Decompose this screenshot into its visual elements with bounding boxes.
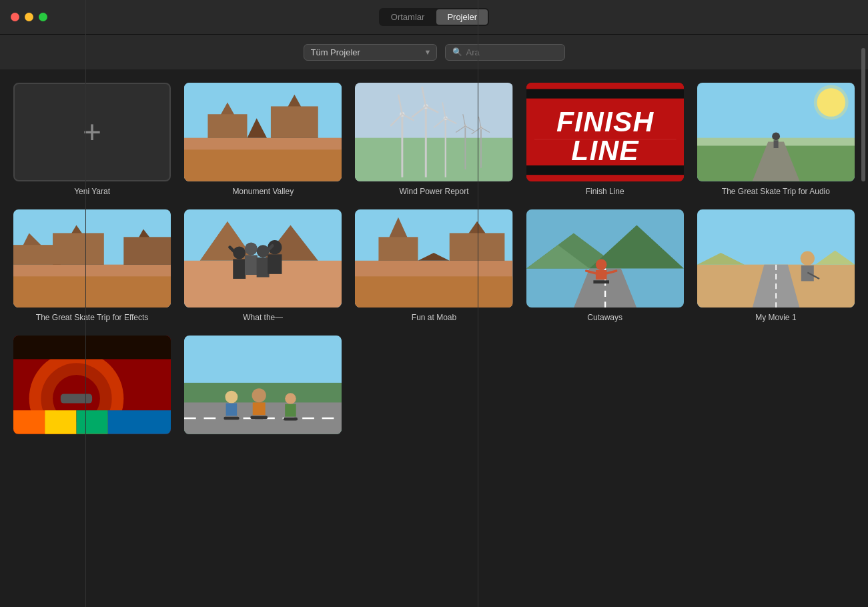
svg-rect-106 xyxy=(45,410,76,434)
wind-power-thumbnail xyxy=(355,83,512,181)
finish-line-label: Finish Line xyxy=(586,187,624,196)
filter-wrapper: Tüm Projeler Son Projeler Arşivlenenler … xyxy=(304,44,437,61)
svg-point-95 xyxy=(800,251,814,265)
skate-road-item[interactable] xyxy=(184,336,342,440)
projects-grid: + Yeni Yarat xyxy=(13,83,855,453)
close-button[interactable] xyxy=(11,13,19,21)
minimize-button[interactable] xyxy=(25,13,33,21)
svg-rect-54 xyxy=(53,233,104,264)
svg-point-63 xyxy=(245,242,258,255)
svg-rect-119 xyxy=(250,416,268,420)
svg-text:FINISH: FINISH xyxy=(556,106,654,137)
svg-point-114 xyxy=(226,391,238,404)
toolbar: Tüm Projeler Son Projeler Arşivlenenler … xyxy=(0,35,868,69)
svg-rect-9 xyxy=(355,138,512,181)
what-the-thumbnail xyxy=(184,209,342,308)
skate-effects-thumbnail xyxy=(13,209,171,308)
maximize-button[interactable] xyxy=(39,13,47,21)
cutaways-thumbnail xyxy=(526,209,684,308)
svg-rect-105 xyxy=(13,410,45,434)
window-controls xyxy=(11,13,47,21)
svg-point-86 xyxy=(596,259,607,270)
wind-power-label: Wind Power Report xyxy=(399,187,468,196)
plus-icon: + xyxy=(83,116,101,148)
search-icon: 🔍 xyxy=(452,47,462,57)
svg-rect-36 xyxy=(526,89,684,98)
fun-moab-item[interactable]: Fun at Moab xyxy=(355,209,512,323)
finish-line-item[interactable]: FINISH LINE Finish Line xyxy=(526,83,684,196)
svg-rect-5 xyxy=(271,106,318,137)
svg-rect-67 xyxy=(245,255,258,275)
svg-rect-121 xyxy=(285,404,296,417)
svg-rect-75 xyxy=(379,237,418,260)
projects-content: + Yeni Yarat xyxy=(0,69,868,607)
titlebar: Ortamlar Projeler xyxy=(0,0,868,35)
new-project-label: Yeni Yarat xyxy=(74,187,110,196)
my-movie-thumbnail xyxy=(697,209,855,308)
svg-rect-107 xyxy=(76,410,107,434)
skate-audio-label: The Great Skate Trip for Audio xyxy=(722,187,830,196)
skate-audio-item[interactable]: The Great Skate Trip for Audio xyxy=(697,83,855,196)
skate-effects-item[interactable]: The Great Skate Trip for Effects xyxy=(13,209,171,323)
svg-point-43 xyxy=(814,85,849,120)
skate-audio-thumbnail xyxy=(697,83,855,181)
svg-rect-77 xyxy=(450,233,505,260)
svg-rect-69 xyxy=(268,254,282,274)
svg-rect-57 xyxy=(13,276,171,308)
new-project-item[interactable]: + Yeni Yarat xyxy=(13,83,171,196)
what-the-label: What the— xyxy=(243,313,283,322)
svg-rect-68 xyxy=(257,257,270,277)
tab-group: Ortamlar Projeler xyxy=(379,8,489,26)
svg-rect-116 xyxy=(224,417,240,420)
my-movie-label: My Movie 1 xyxy=(755,313,796,322)
what-the-item[interactable]: What the— xyxy=(184,209,342,323)
finish-line-thumbnail: FINISH LINE xyxy=(526,83,684,181)
search-box: 🔍 xyxy=(445,44,565,61)
svg-rect-79 xyxy=(355,276,512,308)
tab-ortamlar[interactable]: Ortamlar xyxy=(380,9,436,25)
scrollbar-track[interactable] xyxy=(861,35,865,607)
svg-rect-122 xyxy=(284,418,298,421)
search-input[interactable] xyxy=(466,47,553,57)
monument-valley-thumbnail xyxy=(184,83,342,181)
svg-point-47 xyxy=(772,132,780,140)
wind-power-item[interactable]: Wind Power Report xyxy=(355,83,512,196)
tab-projeler[interactable]: Projeler xyxy=(436,9,488,25)
svg-rect-108 xyxy=(108,410,171,434)
red-art-thumbnail xyxy=(13,336,171,434)
svg-rect-66 xyxy=(233,259,246,279)
scrollbar-thumb[interactable] xyxy=(861,48,865,181)
svg-rect-115 xyxy=(226,404,238,416)
svg-rect-56 xyxy=(123,237,171,264)
my-movie-item[interactable]: My Movie 1 xyxy=(697,209,855,323)
svg-point-117 xyxy=(252,388,266,402)
svg-rect-3 xyxy=(208,114,248,137)
filter-select[interactable]: Tüm Projeler Son Projeler Arşivlenenler xyxy=(304,44,437,61)
cutaways-label: Cutaways xyxy=(587,313,622,322)
svg-rect-7 xyxy=(184,149,342,181)
fun-moab-thumbnail xyxy=(355,209,512,308)
svg-point-120 xyxy=(285,393,296,404)
svg-rect-48 xyxy=(773,140,778,148)
svg-rect-118 xyxy=(253,403,266,416)
svg-rect-104 xyxy=(61,394,92,404)
skate-road-thumbnail xyxy=(184,336,342,434)
svg-rect-90 xyxy=(593,280,609,283)
new-project-thumbnail: + xyxy=(13,83,171,181)
monument-valley-item[interactable]: Monument Valley xyxy=(184,83,342,196)
fun-moab-label: Fun at Moab xyxy=(412,313,456,322)
cutaways-item[interactable]: Cutaways xyxy=(526,209,684,323)
svg-rect-87 xyxy=(596,270,607,279)
svg-rect-109 xyxy=(13,336,171,359)
svg-rect-37 xyxy=(526,165,684,175)
skate-effects-label: The Great Skate Trip for Effects xyxy=(36,313,149,322)
red-art-item[interactable] xyxy=(13,336,171,440)
monument-valley-label: Monument Valley xyxy=(232,187,294,196)
